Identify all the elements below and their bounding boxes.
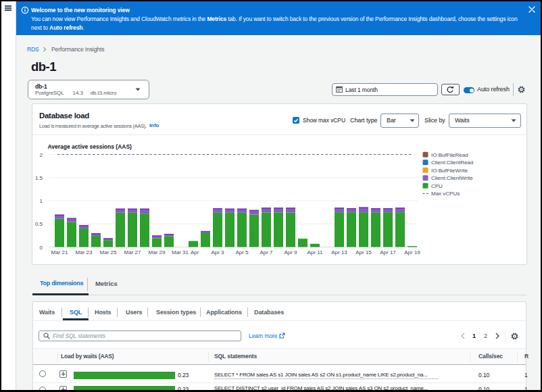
svg-text:Apr 13: Apr 13 [331, 249, 347, 255]
svg-text:Apr 7: Apr 7 [260, 249, 273, 255]
svg-text:Mar 31: Mar 31 [172, 249, 189, 255]
svg-text:1: 1 [40, 198, 43, 204]
svg-text:0.5: 0.5 [35, 221, 43, 227]
svg-text:Client:ClientWrite: Client:ClientWrite [431, 175, 473, 181]
svg-text:Mar 27: Mar 27 [124, 249, 141, 255]
svg-text:Max vCPUs: Max vCPUs [431, 191, 460, 197]
svg-text:Apr 3: Apr 3 [211, 249, 224, 255]
svg-text:Mar 23: Mar 23 [76, 249, 93, 255]
svg-text:Mar 21: Mar 21 [51, 249, 68, 255]
svg-text:Apr 5: Apr 5 [235, 249, 249, 255]
svg-text:IO:BufFileRead: IO:BufFileRead [431, 152, 468, 158]
svg-text:Apr: Apr [191, 249, 199, 255]
svg-text:Average active sessions (AAS): Average active sessions (AAS) [48, 143, 132, 150]
svg-text:Apr 15: Apr 15 [355, 249, 372, 255]
svg-text:Apr 9: Apr 9 [284, 249, 297, 255]
svg-text:Mar 25: Mar 25 [100, 249, 117, 255]
svg-text:IO:BufFileWrite: IO:BufFileWrite [431, 168, 468, 174]
svg-text:0: 0 [40, 245, 43, 251]
svg-text:Client:ClientRead: Client:ClientRead [431, 160, 473, 166]
svg-text:CPU: CPU [431, 183, 443, 189]
svg-text:Apr 11: Apr 11 [307, 249, 324, 255]
svg-text:2: 2 [40, 152, 43, 158]
svg-text:Mar 29: Mar 29 [149, 249, 166, 255]
svg-text:Apr 19: Apr 19 [404, 249, 420, 255]
svg-text:Apr 17: Apr 17 [380, 249, 396, 255]
svg-text:1.5: 1.5 [35, 175, 43, 181]
